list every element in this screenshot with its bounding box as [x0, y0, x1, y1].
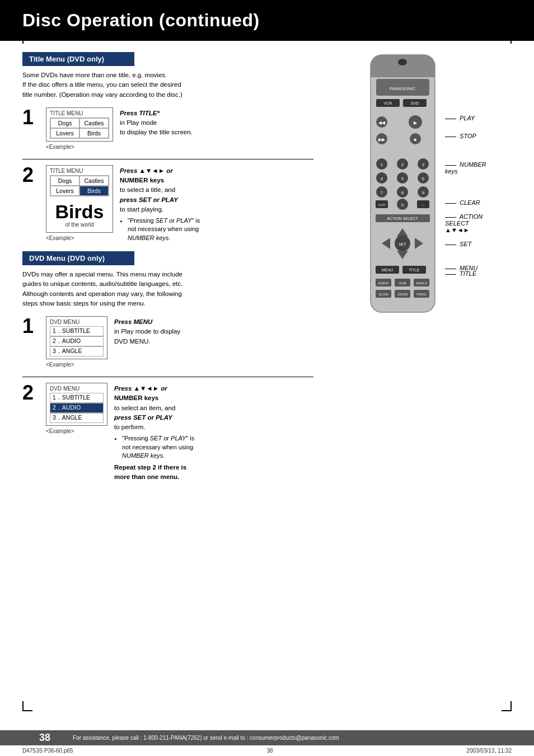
dvd-step1-press: Press MENU — [114, 318, 152, 325]
title-cell-castles: Castles — [79, 118, 109, 128]
title-step1-example: <Example> — [46, 144, 113, 150]
dvd-step2-example: <Example> — [46, 428, 107, 434]
footer-bar: 38 For assistance, please call : 1-800-2… — [0, 730, 534, 745]
title-step1-inst2: to display the title screen. — [120, 128, 313, 137]
dvd-step1-item2: 2．AUDIO — [50, 336, 104, 346]
svg-point-3 — [398, 59, 407, 65]
right-column: PANASONIC VCR DVD ▶ ■ — [325, 52, 512, 491]
svg-text:PANASONIC: PANASONIC — [390, 86, 416, 91]
remote-svg: PANASONIC VCR DVD ▶ ■ — [362, 52, 443, 321]
svg-text:ZOOM: ZOOM — [397, 293, 407, 296]
dvd-step2-instructions: Press ▲▼◄► or NUMBER keys to select an i… — [114, 383, 313, 482]
dvd-step1-row: 1 DVD MENU 1．SUBTITLE 2．AUDIO 3．ANGLE <E… — [22, 316, 313, 368]
label-set: SET — [445, 241, 471, 247]
corner-mark-bl — [22, 701, 32, 711]
svg-text:■: ■ — [414, 137, 417, 142]
svg-text:▶▶: ▶▶ — [378, 137, 386, 142]
dvd-step2-number: 2 — [22, 383, 39, 403]
title-step2-cell-birds: Birds — [79, 186, 109, 196]
svg-text:MENU: MENU — [382, 268, 394, 272]
dvd-step1-item1: 1．SUBTITLE — [50, 326, 104, 336]
birds-sub-text: of the world — [65, 222, 94, 228]
dvd-step-divider — [22, 377, 313, 377]
svg-text:ACTION SELECT: ACTION SELECT — [387, 217, 418, 220]
remote-with-labels: PANASONIC VCR DVD ▶ ■ — [362, 52, 474, 322]
svg-text:DVD: DVD — [411, 101, 419, 105]
dvd-step1-example: <Example> — [46, 361, 107, 368]
svg-text:3: 3 — [422, 162, 425, 167]
svg-text:CLR: CLR — [378, 203, 386, 206]
svg-text:TITLE: TITLE — [409, 268, 419, 272]
dvd-menu-intro: DVDs may offer a special menu. This menu… — [22, 270, 291, 308]
intro-line3: title number. (Operation may vary accord… — [22, 91, 182, 98]
title-step1-screen-title: TITLE MENU — [50, 110, 109, 116]
title-step1-grid: Dogs Castles Lovers Birds — [50, 118, 109, 139]
dvd-step1-screen: DVD MENU 1．SUBTITLE 2．AUDIO 3．ANGLE — [46, 316, 107, 359]
dvd-step2-press2: press SET or PLAY — [114, 414, 172, 421]
svg-text:AUDIO: AUDIO — [378, 281, 388, 285]
svg-text:SUB: SUB — [399, 281, 406, 285]
title-step2-row: 2 TITLE MENU Dogs Castles Lovers Birds — [22, 165, 313, 242]
intro-line2: If the disc offers a title menu, you can… — [22, 81, 181, 88]
title-cell-dogs: Dogs — [50, 118, 79, 128]
main-content: Title Menu (DVD only) Some DVDs have mor… — [0, 41, 534, 502]
dvd-repeat-text: Repeat step 2 if there is more than one … — [114, 463, 313, 482]
dvd-step2-inst2: to perform. — [114, 422, 313, 432]
remote-action-label: ACTIONSELECT▲▼◄► — [445, 213, 483, 233]
dvd-step2-bullet: "Pressing SET or PLAY" is not necessary … — [122, 434, 313, 460]
dvd-step2-title: DVD MENU — [50, 386, 104, 392]
svg-text:7: 7 — [381, 190, 383, 195]
label-clear: CLEAR — [445, 199, 480, 206]
footer-meta: D4753S P36-60.p65 38 2003/03/13, 11:32 — [0, 745, 534, 756]
title-step2-inst2: to start playing. — [120, 205, 313, 214]
corner-mark-tl — [22, 34, 32, 44]
title-step2-press1: Press ▲▼◄► or — [120, 167, 173, 174]
birds-display: Birds of the world — [50, 200, 109, 230]
svg-text:◀◀: ◀◀ — [378, 120, 386, 125]
svg-text:5: 5 — [401, 176, 404, 181]
page: Disc Operation (continued) Title Menu (D… — [0, 0, 534, 756]
title-step2-cell-castles: Castles — [79, 176, 109, 186]
dvd-step2-screen-wrapper: DVD MENU 1．SUBTITLE 2．AUDIO 3．ANGLE <Exa… — [46, 383, 107, 434]
dvd-step2-item2: 2．AUDIO — [50, 403, 104, 413]
left-column: Title Menu (DVD only) Some DVDs have mor… — [22, 52, 313, 491]
title-step1-number: 1 — [22, 107, 39, 128]
dvd-intro-line2: guides to unique contents, audio/subtitl… — [22, 280, 182, 287]
label-number-keys: NUMBERkeys — [445, 161, 486, 175]
title-step1-inst1: in Play mode — [120, 118, 313, 128]
remote-play-label: PLAY — [460, 115, 475, 121]
dvd-intro-line4: steps show basic steps for using the men… — [22, 300, 146, 307]
title-menu-section: Title Menu (DVD only) Some DVDs have mor… — [22, 52, 313, 242]
label-play: PLAY — [445, 115, 475, 121]
title-step2-press2: press SET or PLAY — [120, 196, 178, 203]
dvd-menu-section: DVD Menu (DVD only) DVDs may offer a spe… — [22, 251, 313, 482]
remote-image: PANASONIC VCR DVD ▶ ■ — [362, 52, 474, 322]
svg-text:---: --- — [421, 203, 425, 206]
title-menu-heading: Title Menu (DVD only) — [22, 52, 134, 66]
title-step2-cell-dogs: Dogs — [50, 176, 79, 186]
dvd-step1-inst1: in Play mode to display — [114, 327, 313, 336]
remote-stop-label: STOP — [460, 133, 476, 139]
dvd-step1-item3: 3．ANGLE — [50, 346, 104, 356]
dvd-step1-instructions: Press MENU in Play mode to display DVD M… — [114, 316, 313, 346]
svg-rect-2 — [371, 69, 435, 77]
dvd-step1-screen-wrapper: DVD MENU 1．SUBTITLE 2．AUDIO 3．ANGLE <Exa… — [46, 316, 107, 368]
dvd-intro-line1: DVDs may offer a special menu. This menu… — [22, 271, 182, 278]
label-stop: STOP — [445, 133, 476, 139]
dvd-repeat-line1: Repeat step 2 if there is — [114, 464, 186, 471]
svg-text:9: 9 — [422, 190, 425, 195]
footer-meta-left: D4753S P36-60.p65 — [22, 748, 73, 754]
title-step2-inst1: to select a title, and — [120, 185, 313, 195]
title-cell-lovers: Lovers — [50, 128, 79, 138]
corner-mark-br — [502, 701, 512, 711]
label-action-select: ACTIONSELECT▲▼◄► — [445, 213, 483, 233]
title-step2-number: 2 — [22, 165, 39, 185]
dvd-repeat-line2: more than one menu. — [114, 473, 179, 480]
svg-text:6: 6 — [422, 176, 425, 181]
dvd-step2-row: 2 DVD MENU 1．SUBTITLE 2．AUDIO 3．ANGLE <E… — [22, 383, 313, 482]
title-step2-instructions: Press ▲▼◄► or NUMBER keys to select a ti… — [120, 165, 313, 242]
svg-text:VCR: VCR — [384, 101, 392, 105]
dvd-step1-title: DVD MENU — [50, 319, 104, 325]
footer-meta-center: 38 — [266, 748, 273, 754]
dvd-step2-screen: DVD MENU 1．SUBTITLE 2．AUDIO 3．ANGLE — [46, 383, 107, 426]
